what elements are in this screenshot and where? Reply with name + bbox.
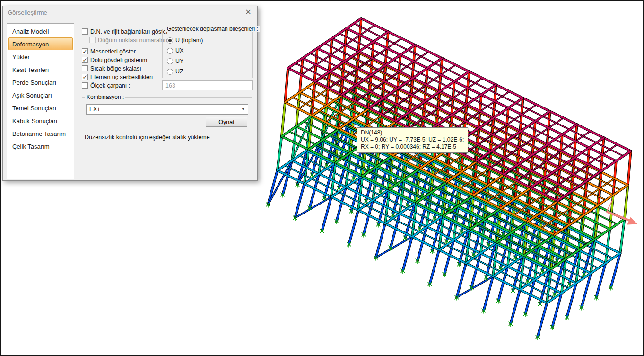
sidebar-item-5[interactable]: Aşık Sonuçları [8,89,73,101]
radio-circle[interactable] [167,48,173,54]
tooltip-node-id: DN(148) [361,129,464,136]
checkbox-row-4[interactable]: Sıcak bölge skalası [82,65,163,72]
checkbox-box[interactable]: ✓ [82,57,88,63]
dialog-titlebar[interactable]: Görselleştirme ✕ [3,6,257,18]
radio-label: U (toplam) [175,37,203,44]
close-icon[interactable]: ✕ [243,7,253,18]
radio-option-3[interactable]: UZ [167,68,252,75]
radio-label: UZ [175,68,183,75]
checkbox-label: Dolu gövdeli gösterim [90,57,147,63]
sidebar-item-7[interactable]: Kabuk Sonuçları [8,114,73,127]
checkbox-row-6[interactable]: Ölçek çarpanı : [82,82,163,89]
sidebar-item-1[interactable]: Deformasyon [8,37,73,50]
checkbox-box[interactable] [82,65,88,71]
radio-circle[interactable] [167,58,173,64]
combination-group: Kombinasyon : FX+ ▼ Oynat [82,97,252,131]
checkbox-row-1: Düğüm noktası numaraları [89,36,163,44]
visualization-dialog: Görselleştirme ✕ Analiz ModeliDeformasyo… [2,6,258,181]
sidebar-item-4[interactable]: Perde Sonuçları [8,76,73,89]
checkbox-box [89,37,96,43]
sidebar-item-3[interactable]: Kesit Tesirleri [8,63,73,76]
checkbox-row-3[interactable]: ✓Dolu gövdeli gösterim [82,56,163,63]
sidebar-item-0[interactable]: Analiz Modeli [8,25,73,37]
sidebar-item-8[interactable]: Betonarme Tasarım [8,127,73,140]
checkbox-box[interactable]: ✓ [82,48,88,54]
checkbox-label: Eleman uç serbestlikleri [90,74,153,80]
radio-label: UY [175,58,183,64]
checkbox-box[interactable]: ✓ [82,74,88,80]
sidebar-item-2[interactable]: Yükler [8,50,73,63]
radio-option-0[interactable]: U (toplam) [167,37,252,44]
displacement-group-title: Gösterilecek deplasman bileşenleri : [165,26,260,32]
radio-option-2[interactable]: UY [167,58,252,64]
tooltip-translations: UX = 9.06; UY = -7.73E-5; UZ = 1.02E-6; [361,136,464,143]
checkbox-row-2[interactable]: ✓Mesnetleri göster [82,48,163,55]
checkbox-label: D.N. ve rijit bağlantıları göster [90,28,168,35]
node-tooltip: DN(148) UX = 9.06; UY = -7.73E-5; UZ = 1… [357,127,468,153]
scale-factor-input[interactable] [162,80,253,90]
displacement-group: Gösterilecek deplasman bileşenleri : U (… [162,29,253,78]
checkbox-label: Mesnetleri göster [90,48,136,55]
checkbox-row-0[interactable]: D.N. ve rijit bağlantıları göster [82,28,163,35]
checkbox-label: Ölçek çarpanı : [90,82,130,89]
dialog-title: Görselleştirme [8,9,47,16]
combination-select[interactable]: FX+ ▼ [86,104,248,115]
checkbox-label: Sıcak bölge skalası [90,65,141,72]
radio-option-1[interactable]: UX [167,47,252,54]
combination-selected-value: FX+ [89,105,238,114]
radio-label: UX [175,47,183,54]
checkbox-label: Düğüm noktası numaraları [98,37,167,44]
radio-circle[interactable] [167,69,173,75]
radio-circle[interactable] [167,37,173,44]
checkbox-box[interactable] [82,82,88,89]
checkbox-box[interactable] [82,28,88,35]
combination-group-title: Kombinasyon : [85,94,125,100]
application-window: DN(148) UX = 9.06; UY = -7.73E-5; UZ = 1… [0,0,644,356]
category-list: Analiz ModeliDeformasyonYüklerKesit Tesi… [7,23,74,179]
checkbox-panel: D.N. ve rijit bağlantıları gösterDüğüm n… [82,28,163,90]
sidebar-item-9[interactable]: Çelik Tasarım [8,140,73,152]
chevron-down-icon: ▼ [238,105,248,114]
checkbox-row-5[interactable]: ✓Eleman uç serbestlikleri [82,73,163,80]
play-button[interactable]: Oynat [206,117,247,127]
footer-note: Düzensizlik kontrolü için eşdeğer statik… [85,134,210,141]
tooltip-rotations: RX = 0; RY = 0.000346; RZ = 4.17E-5 [361,143,464,151]
displacement-radio-list: U (toplam)UXUYUZ [163,37,252,75]
sidebar-item-6[interactable]: Temel Sonuçları [8,101,73,114]
